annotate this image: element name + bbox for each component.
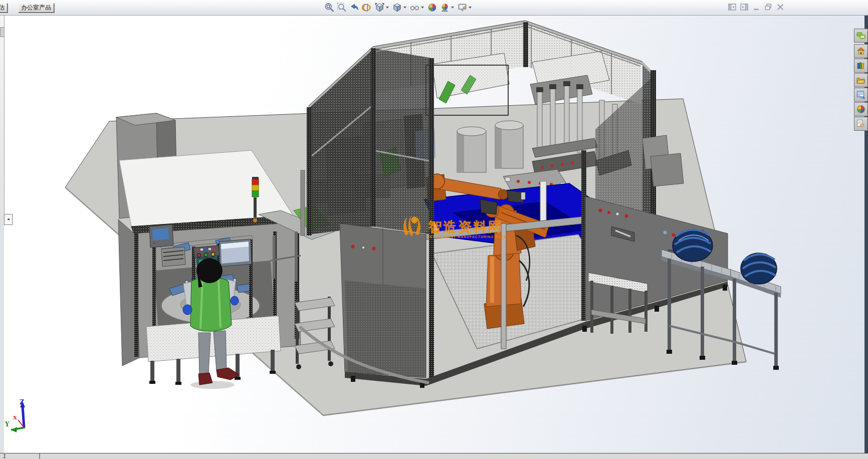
minimize-icon	[752, 4, 760, 11]
custom-properties-button[interactable]	[854, 117, 867, 131]
design-library-icon	[856, 61, 866, 71]
zoom-to-area-button[interactable]	[336, 2, 348, 14]
minimize-button[interactable]	[752, 3, 760, 11]
restore-button[interactable]	[764, 3, 772, 11]
close-button[interactable]	[776, 3, 784, 11]
forum-icon	[856, 31, 866, 41]
previous-view-icon	[349, 3, 360, 13]
triad-z-label: Z	[20, 399, 24, 406]
zoom-to-fit-icon	[324, 3, 335, 13]
display-style-button[interactable]	[391, 2, 408, 14]
edit-appearance-button[interactable]	[426, 2, 438, 14]
hide-show-items-dropdown-arrow[interactable]	[421, 7, 424, 9]
solidworks-window: 智造资料网 INTELLIGENT MANUFACTURING DATA Y Z…	[0, 0, 868, 459]
task-pane-toolbar	[854, 29, 867, 131]
section-view-icon	[362, 3, 372, 13]
appearances-icon	[856, 104, 866, 114]
pane-right-button[interactable]	[740, 3, 748, 11]
view-orientation-dropdown-arrow[interactable]	[386, 7, 389, 9]
folder-icon	[856, 75, 866, 85]
operator-panel[interactable]	[193, 246, 220, 258]
solidworks-resources-button[interactable]	[854, 44, 867, 58]
status-bar-divider	[39, 453, 40, 459]
zoom-to-area-icon	[337, 3, 347, 13]
hide-show-items-icon	[409, 3, 420, 13]
featuremanager-tab-stub[interactable]	[0, 27, 5, 37]
featuremanager-collapse-arrow[interactable]: ◂	[4, 214, 13, 225]
apply-scene-icon	[440, 3, 450, 13]
custom-properties-icon	[856, 119, 866, 129]
tab-evaluate[interactable]: 评估	[0, 3, 8, 13]
close-icon	[776, 4, 784, 11]
tab-office-products[interactable]: 办公室产品	[18, 3, 54, 13]
appearances-scenes-button[interactable]	[854, 102, 867, 116]
previous-view-button[interactable]	[349, 2, 360, 14]
display-style-dropdown-arrow[interactable]	[403, 7, 406, 9]
view-palette-button[interactable]	[854, 88, 867, 102]
control-box[interactable]	[149, 224, 173, 248]
view-palette-icon	[856, 90, 866, 100]
station-monitor[interactable]	[219, 239, 252, 267]
heads-up-view-toolbar	[324, 2, 473, 14]
hide-show-items-button[interactable]	[409, 2, 425, 14]
view-settings-icon	[457, 3, 468, 13]
restore-icon	[764, 4, 772, 11]
home-icon	[856, 46, 866, 56]
pane-right-icon	[740, 4, 748, 11]
front-left-cabinet[interactable]	[340, 223, 426, 378]
window-controls	[728, 3, 784, 11]
triad-x-label: X	[13, 415, 17, 420]
design-library-button[interactable]	[854, 59, 867, 73]
triad-y-label: Y	[5, 421, 10, 428]
section-view-button[interactable]	[361, 2, 373, 14]
apply-scene-button[interactable]	[439, 2, 456, 14]
graphics-viewport[interactable]: 智造资料网 INTELLIGENT MANUFACTURING DATA Y Z…	[4, 15, 864, 453]
view-orientation-icon	[374, 3, 385, 13]
assembly-scene[interactable]	[4, 15, 864, 453]
apply-scene-dropdown-arrow[interactable]	[451, 7, 454, 9]
edit-appearance-icon	[427, 3, 438, 13]
solidworks-forum-button[interactable]	[854, 29, 867, 43]
featuremanager-collapsed-strip[interactable]	[0, 15, 5, 224]
pane-left-button[interactable]	[728, 3, 736, 11]
file-explorer-button[interactable]	[854, 73, 867, 87]
view-orientation-button[interactable]	[374, 2, 390, 14]
top-toolbar: 评估 办公室产品	[0, 0, 868, 16]
display-style-icon	[392, 3, 402, 13]
view-settings-dropdown-arrow[interactable]	[469, 7, 472, 9]
view-settings-button[interactable]	[457, 2, 473, 14]
sheet-tab-label[interactable]: 1	[3, 453, 6, 459]
zoom-to-fit-button[interactable]	[324, 2, 335, 14]
pane-left-icon	[728, 4, 736, 11]
status-bar: 1	[0, 453, 868, 459]
orientation-triad: Y Z X	[4, 397, 39, 437]
